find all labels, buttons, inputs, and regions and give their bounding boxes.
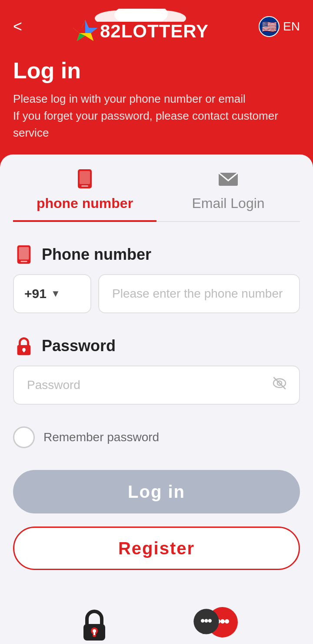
forgot-password-link[interactable]: Forgot password (52, 605, 137, 644)
phone-input[interactable] (98, 274, 300, 313)
header: < (0, 0, 313, 168)
flag-icon: 🇺🇸 (259, 16, 280, 37)
page-title: Log in (13, 57, 300, 84)
logo-star-icon (72, 18, 98, 44)
password-section-icon (13, 335, 35, 357)
svg-rect-12 (19, 247, 29, 260)
remember-password-row: Remember password (13, 426, 300, 448)
password-section-label: Password (42, 337, 116, 355)
toggle-password-icon[interactable] (271, 375, 288, 396)
svg-point-33 (208, 619, 211, 623)
country-code-button[interactable]: +91 ▼ (13, 274, 91, 313)
tab-email[interactable]: Email Login (156, 154, 300, 221)
remember-password-label: Remember password (43, 430, 159, 444)
language-button[interactable]: 🇺🇸 EN (259, 16, 300, 37)
svg-rect-13 (20, 261, 27, 262)
login-tabs: phone number Email Login (13, 154, 300, 222)
main-content: phone number Email Login Phone number +9… (0, 154, 313, 644)
bottom-links: Forgot password (13, 605, 300, 644)
register-button[interactable]: Register (13, 527, 300, 570)
svg-point-34 (204, 619, 208, 623)
header-subtitle: Please log in with your phone number or … (13, 91, 300, 141)
chevron-down-icon: ▼ (51, 288, 60, 299)
tab-email-label: Email Login (192, 195, 264, 211)
password-input[interactable] (13, 366, 300, 405)
phone-section-icon (13, 244, 35, 265)
forgot-password-icon (75, 605, 114, 644)
svg-rect-9 (81, 185, 88, 187)
customer-service-front-icon (190, 607, 223, 640)
svg-rect-16 (23, 350, 25, 352)
back-button[interactable]: < (13, 17, 22, 36)
language-label: EN (283, 20, 300, 34)
customer-service-link[interactable]: Customer Service (171, 605, 261, 644)
tab-phone-label: phone number (37, 195, 133, 211)
login-button[interactable]: Log in (13, 470, 300, 513)
svg-rect-8 (80, 171, 90, 184)
password-section: Password (13, 335, 300, 405)
remember-password-checkbox[interactable] (13, 426, 35, 448)
svg-point-32 (201, 619, 204, 623)
phone-tab-icon (73, 168, 96, 190)
country-code-value: +91 (24, 286, 47, 301)
logo-text: 82LOTTERY (100, 21, 209, 42)
phone-section-label: Phone number (42, 245, 151, 264)
svg-rect-24 (93, 632, 95, 635)
svg-point-28 (225, 619, 229, 624)
email-tab-icon (217, 168, 240, 190)
phone-number-section: Phone number +91 ▼ (13, 244, 300, 313)
tab-phone[interactable]: phone number (13, 154, 156, 222)
logo: 82LOTTERY (72, 9, 209, 44)
